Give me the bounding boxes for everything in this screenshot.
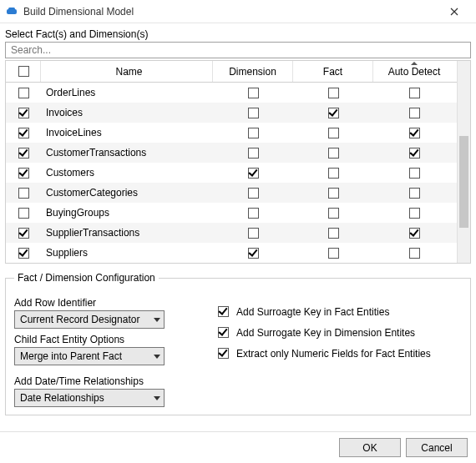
row-fact-checkbox[interactable] [328,208,339,219]
row-fact-checkbox[interactable] [328,188,339,199]
row-select-checkbox[interactable] [18,248,29,259]
table-cell [373,143,455,163]
row-dimension-checkbox[interactable] [248,188,259,199]
opt-surrogate-fact-label: Add Surroagte Key in Fact Entities [236,306,389,318]
header-dimension-label: Dimension [229,66,276,78]
table-cell [293,183,373,203]
row-select-checkbox[interactable] [18,148,29,159]
table-cell: SupplierTransactions [41,223,213,243]
table-cell [213,123,293,143]
scrollbar-thumb[interactable] [459,136,468,228]
row-dimension-checkbox[interactable] [248,228,259,239]
table-cell [6,83,41,103]
close-button[interactable] [438,0,471,23]
row-select-checkbox[interactable] [18,188,29,199]
row-select-checkbox[interactable] [18,128,29,138]
config-legend: Fact / Dimension Configuration [14,272,159,284]
row-fact-checkbox[interactable] [328,228,339,239]
row-auto-detect-checkbox[interactable] [409,188,420,199]
opt-numeric-only-checkbox[interactable] [218,348,229,359]
table-cell [213,243,293,263]
header-select-all[interactable] [6,61,41,82]
row-auto-detect-checkbox[interactable] [409,168,420,179]
row-dimension-checkbox[interactable] [248,248,259,259]
header-name[interactable]: Name [41,61,213,82]
table-row[interactable]: BuyingGroups [6,203,457,223]
row-auto-detect-checkbox[interactable] [409,228,420,239]
ok-button[interactable]: OK [339,438,401,457]
row-dimension-checkbox[interactable] [248,168,259,179]
table-cell [373,163,455,183]
table-cell [6,243,41,263]
opt-numeric-only-label: Extract only Numeric Fields for Fact Ent… [236,348,431,360]
table-cell [293,243,373,263]
table-cell: OrderLines [41,83,213,103]
table-cell [6,223,41,243]
header-fact[interactable]: Fact [293,61,373,82]
row-fact-checkbox[interactable] [328,88,339,98]
search-input-wrap[interactable] [5,42,471,58]
row-auto-detect-checkbox[interactable] [409,108,420,118]
row-auto-detect-checkbox[interactable] [409,248,420,259]
date-rel-combo[interactable]: Date Relationships [14,389,165,407]
opt-surrogate-fact-checkbox[interactable] [218,306,229,317]
row-select-checkbox[interactable] [18,208,29,219]
header-auto-detect[interactable]: Auto Detect [373,61,455,82]
cancel-button[interactable]: Cancel [406,438,468,457]
svg-rect-1 [8,8,15,10]
row-auto-detect-checkbox[interactable] [409,148,420,159]
row-select-checkbox[interactable] [18,228,29,239]
table-row[interactable]: OrderLines [6,83,457,103]
child-fact-combo[interactable]: Merge into Parent Fact [14,347,165,365]
row-dimension-checkbox[interactable] [248,208,259,219]
row-dimension-checkbox[interactable] [248,108,259,118]
row-fact-checkbox[interactable] [328,148,339,159]
row-name-label: Invoices [46,107,83,118]
row-fact-checkbox[interactable] [328,168,339,179]
table-cell [373,243,455,263]
row-select-checkbox[interactable] [18,88,29,98]
table-row[interactable]: Suppliers [6,243,457,263]
table-cell [6,123,41,143]
table-row[interactable]: SupplierTransactions [6,223,457,243]
selection-label: Select Fact(s) and Dimension(s) [5,28,471,40]
row-name-label: OrderLines [46,87,95,98]
header-name-label: Name [115,66,142,78]
search-input[interactable] [9,43,467,57]
row-auto-detect-checkbox[interactable] [409,128,420,138]
table-row[interactable]: CustomerCategories [6,183,457,203]
table-row[interactable]: InvoiceLines [6,123,457,143]
row-dimension-checkbox[interactable] [248,88,259,98]
config-fieldset: Fact / Dimension Configuration Add Row I… [5,272,471,415]
table-cell [6,183,41,203]
table-cell [373,103,455,123]
app-icon [5,5,18,18]
table-cell: CustomerTransactions [41,143,213,163]
row-fact-checkbox[interactable] [328,108,339,118]
sort-indicator-icon [411,62,418,65]
header-dimension[interactable]: Dimension [213,61,293,82]
chevron-down-icon [154,355,160,359]
titlebar: Build Dimensional Model [0,0,476,23]
select-all-checkbox[interactable] [18,66,29,77]
row-identifier-combo[interactable]: Current Record Designator [14,310,165,329]
row-select-checkbox[interactable] [18,108,29,118]
table-cell [6,103,41,123]
row-auto-detect-checkbox[interactable] [409,208,420,219]
opt-surrogate-dim-checkbox[interactable] [218,327,229,338]
row-fact-checkbox[interactable] [328,128,339,138]
row-auto-detect-checkbox[interactable] [409,88,420,98]
row-fact-checkbox[interactable] [328,248,339,259]
row-dimension-checkbox[interactable] [248,148,259,159]
row-dimension-checkbox[interactable] [248,128,259,138]
table-cell [293,83,373,103]
table-row[interactable]: CustomerTransactions [6,143,457,163]
vertical-scrollbar[interactable] [457,61,470,263]
table-cell [373,203,455,223]
row-name-label: SupplierTransactions [46,227,139,239]
row-select-checkbox[interactable] [18,168,29,179]
table-cell [373,83,455,103]
table-row[interactable]: Customers [6,163,457,183]
table-cell [373,183,455,203]
table-row[interactable]: Invoices [6,103,457,123]
